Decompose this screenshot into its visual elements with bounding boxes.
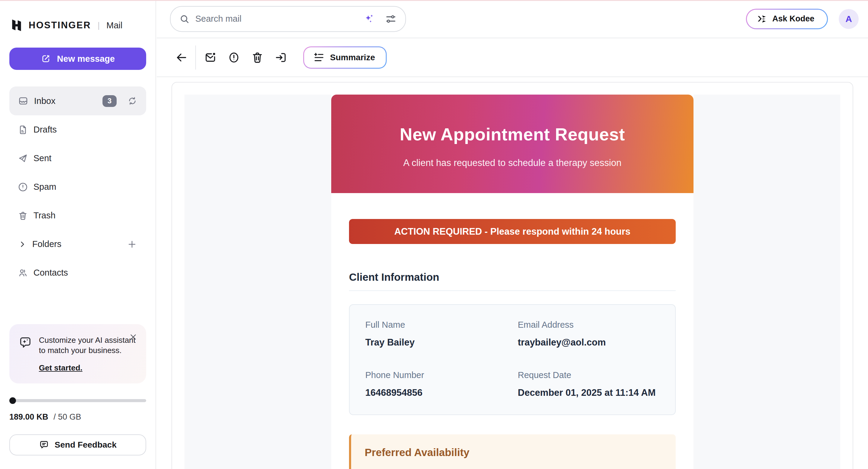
summarize-icon bbox=[313, 52, 324, 63]
message-toolbar: Summarize bbox=[157, 38, 868, 77]
email-hero-header: New Appointment Request A client has req… bbox=[331, 95, 693, 193]
brand-product: Mail bbox=[106, 21, 122, 30]
sidebar-item-folders[interactable]: Folders bbox=[9, 230, 146, 259]
inbox-icon bbox=[18, 96, 29, 106]
sidebar-item-label: Inbox bbox=[34, 96, 56, 106]
content-area: New Appointment Request A client has req… bbox=[157, 77, 868, 469]
storage-used-value: 189.00 KB bbox=[9, 412, 48, 422]
field-label: Email Address bbox=[518, 320, 659, 330]
field-request-date: Request Date December 01, 2025 at 11:14 … bbox=[518, 370, 659, 398]
client-information-heading: Client Information bbox=[349, 271, 676, 291]
email-body: ACTION REQUIRED - Please respond within … bbox=[331, 193, 693, 469]
refresh-icon[interactable] bbox=[127, 96, 137, 106]
storage-used-dot bbox=[9, 397, 16, 404]
email-scroll-viewport[interactable]: New Appointment Request A client has req… bbox=[184, 95, 840, 469]
sidebar-item-label: Drafts bbox=[33, 125, 57, 135]
add-folder-icon[interactable] bbox=[127, 239, 137, 249]
field-value: traybailey@aol.com bbox=[518, 337, 659, 348]
field-value: December 01, 2025 at 11:14 AM bbox=[518, 388, 659, 398]
filter-sliders-icon[interactable] bbox=[385, 13, 396, 25]
field-full-name: Full Name Tray Bailey bbox=[365, 320, 518, 348]
account-avatar[interactable]: A bbox=[839, 9, 859, 29]
brand-name: HOSTINGER bbox=[29, 20, 91, 31]
inbox-unread-badge: 3 bbox=[102, 95, 117, 107]
top-header: Ask Kodee A bbox=[157, 0, 868, 38]
sidebar-item-inbox[interactable]: Inbox 3 bbox=[9, 87, 146, 115]
hostinger-logo-icon bbox=[10, 19, 23, 32]
send-feedback-label: Send Feedback bbox=[55, 440, 116, 450]
compose-icon bbox=[41, 54, 51, 64]
chat-sparkle-icon bbox=[19, 336, 32, 373]
email-title: New Appointment Request bbox=[331, 124, 693, 144]
preferred-availability-panel: Preferred Availability Dates:Dec 06, 202… bbox=[349, 434, 676, 469]
sidebar-item-label: Folders bbox=[32, 239, 61, 249]
sidebar-bottom: Customize your AI assistant to match you… bbox=[9, 324, 146, 456]
ask-kodee-button[interactable]: Ask Kodee bbox=[746, 9, 828, 29]
close-icon[interactable] bbox=[129, 333, 138, 342]
trash-icon bbox=[18, 210, 28, 221]
action-required-banner: ACTION REQUIRED - Please respond within … bbox=[349, 219, 676, 244]
move-to-folder-button[interactable] bbox=[274, 51, 287, 64]
ask-kodee-label: Ask Kodee bbox=[772, 14, 814, 24]
field-value: Tray Bailey bbox=[365, 337, 518, 348]
field-value: 16468954856 bbox=[365, 388, 518, 398]
field-label: Full Name bbox=[365, 320, 518, 330]
sidebar-item-label: Contacts bbox=[33, 268, 68, 278]
new-message-button[interactable]: New message bbox=[9, 47, 146, 70]
sidebar-item-trash[interactable]: Trash bbox=[9, 201, 146, 230]
sidebar-item-spam[interactable]: Spam bbox=[9, 173, 146, 201]
storage-track bbox=[15, 399, 146, 402]
delete-button[interactable] bbox=[251, 51, 264, 64]
document-icon bbox=[18, 125, 28, 135]
feedback-bubble-icon bbox=[39, 440, 49, 450]
sidebar-item-label: Sent bbox=[33, 153, 52, 163]
search-bar[interactable] bbox=[170, 6, 406, 32]
sidebar-item-label: Trash bbox=[33, 210, 56, 221]
storage-usage-text: 189.00 KB / 50 GB bbox=[9, 412, 146, 422]
client-information-card: Full Name Tray Bailey Email Address tray… bbox=[349, 304, 676, 415]
field-email-address: Email Address traybailey@aol.com bbox=[518, 320, 659, 348]
storage-total-value: / 50 GB bbox=[54, 412, 82, 422]
message-panel: New Appointment Request A client has req… bbox=[172, 82, 853, 469]
toolbar-divider bbox=[195, 45, 196, 70]
search-input[interactable] bbox=[195, 14, 358, 24]
email-subtitle: A client has requested to schedule a the… bbox=[331, 158, 693, 168]
availability-heading: Preferred Availability bbox=[365, 446, 664, 459]
email-message: New Appointment Request A client has req… bbox=[331, 95, 693, 469]
hostinger-mail-app: HOSTINGER | Mail New message bbox=[0, 0, 868, 469]
field-label: Phone Number bbox=[365, 370, 518, 380]
storage-usage-bar bbox=[9, 397, 146, 404]
send-feedback-button[interactable]: Send Feedback bbox=[9, 434, 146, 456]
top-accent-line bbox=[0, 0, 868, 1]
alert-circle-icon bbox=[18, 182, 28, 192]
logo[interactable]: HOSTINGER | Mail bbox=[9, 19, 146, 32]
chevron-right-icon bbox=[18, 240, 27, 249]
ai-promo-text: Customize your AI assistant to match you… bbox=[39, 334, 136, 356]
sidebar-item-label: Spam bbox=[33, 182, 56, 192]
mark-unread-button[interactable] bbox=[204, 51, 217, 64]
get-started-link[interactable]: Get started. bbox=[39, 363, 83, 373]
report-spam-button[interactable] bbox=[227, 51, 241, 64]
back-button[interactable] bbox=[175, 51, 188, 64]
main-area: Ask Kodee A bbox=[157, 0, 868, 469]
brand-divider: | bbox=[98, 21, 100, 30]
summarize-label: Summarize bbox=[330, 53, 375, 62]
ai-sparkles-icon[interactable] bbox=[363, 13, 375, 25]
sidebar-item-contacts[interactable]: Contacts bbox=[9, 259, 146, 287]
summarize-button[interactable]: Summarize bbox=[303, 46, 387, 69]
kodee-icon bbox=[756, 13, 767, 24]
field-phone-number: Phone Number 16468954856 bbox=[365, 370, 518, 398]
sidebar-item-drafts[interactable]: Drafts bbox=[9, 115, 146, 144]
search-icon bbox=[179, 13, 190, 24]
sidebar-item-sent[interactable]: Sent bbox=[9, 144, 146, 173]
folder-nav: Inbox 3 Drafts bbox=[9, 87, 146, 287]
sidebar: HOSTINGER | Mail New message bbox=[0, 0, 156, 469]
new-message-label: New message bbox=[57, 54, 115, 64]
field-label: Request Date bbox=[518, 370, 659, 380]
ai-assistant-promo-card: Customize your AI assistant to match you… bbox=[9, 324, 146, 383]
contacts-icon bbox=[18, 268, 28, 278]
paper-plane-icon bbox=[18, 153, 28, 164]
